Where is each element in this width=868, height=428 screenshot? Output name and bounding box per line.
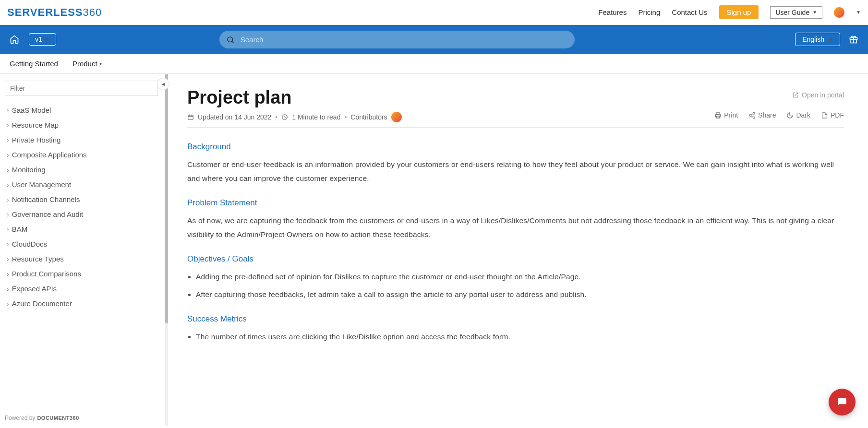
userguide-dropdown[interactable]: User Guide ▼ — [770, 6, 822, 19]
section-text: As of now, we are capturing the feedback… — [187, 214, 844, 242]
section-heading-objectives: Objectives / Goals — [187, 254, 844, 264]
objectives-list: Adding the pre-defined set of opinion fo… — [187, 270, 844, 302]
nav-features[interactable]: Features — [598, 8, 627, 16]
open-in-portal-link[interactable]: Open in portal — [792, 91, 844, 99]
sidebar-item-saas-model[interactable]: SaaS Model — [5, 103, 158, 118]
contributors-label: Contributors — [350, 113, 387, 121]
subnav-product[interactable]: Product▾ — [72, 59, 102, 68]
sidebar: SaaS Model Resource Map Private Hosting … — [0, 74, 163, 426]
success-list: The number of times users are clicking t… — [187, 330, 844, 344]
chevron-down-icon: ▼ — [812, 10, 817, 15]
sub-nav: Getting Started Product▾ — [0, 54, 868, 74]
subnav-getting-started[interactable]: Getting Started — [10, 59, 58, 68]
list-item: The number of times users are clicking t… — [196, 330, 844, 344]
chevron-down-icon: ▼ — [45, 37, 50, 42]
svg-point-13 — [753, 112, 755, 114]
sidebar-item-notification-channels[interactable]: Notification Channels — [5, 192, 158, 207]
sidebar-nav: SaaS Model Resource Map Private Hosting … — [5, 103, 158, 311]
sidebar-item-azure-documenter[interactable]: Azure Documenter — [5, 296, 158, 311]
chevron-down-icon: ▾ — [99, 61, 102, 66]
svg-line-1 — [232, 41, 233, 43]
chevron-down-icon: ▼ — [828, 37, 833, 42]
collapse-sidebar-button[interactable]: ◂ — [157, 78, 169, 90]
sidebar-item-private-hosting[interactable]: Private Hosting — [5, 132, 158, 147]
list-item: Adding the pre-defined set of opinion fo… — [196, 270, 844, 284]
page-title: Project plan — [187, 87, 844, 108]
sidebar-item-exposed-apis[interactable]: Exposed APIs — [5, 281, 158, 296]
svg-point-14 — [749, 114, 751, 116]
svg-line-17 — [751, 116, 753, 117]
read-time: 1 Minute to read — [292, 113, 340, 121]
sidebar-item-governance-audit[interactable]: Governance and Audit — [5, 207, 158, 222]
share-button[interactable]: Share — [748, 111, 776, 119]
top-nav: Features Pricing Contact Us Sign up User… — [598, 5, 861, 19]
nav-contact[interactable]: Contact Us — [672, 8, 707, 16]
topbar: SERVERLESS360 Features Pricing Contact U… — [0, 0, 868, 25]
svg-point-0 — [228, 37, 233, 42]
sidebar-item-bam[interactable]: BAM — [5, 222, 158, 237]
print-button[interactable]: Print — [714, 111, 738, 119]
chevron-down-icon: ▼ — [856, 10, 861, 15]
dark-mode-button[interactable]: Dark — [786, 111, 810, 119]
sidebar-item-monitoring[interactable]: Monitoring — [5, 162, 158, 177]
sidebar-item-resource-map[interactable]: Resource Map — [5, 118, 158, 132]
chat-fab[interactable] — [829, 389, 856, 416]
sidebar-item-composite-applications[interactable]: Composite Applications — [5, 147, 158, 162]
section-text: Customer or end-user feedback is an info… — [187, 157, 844, 186]
sidebar-item-resource-types[interactable]: Resource Types — [5, 251, 158, 266]
user-avatar[interactable] — [834, 7, 844, 18]
svg-rect-5 — [188, 115, 193, 119]
search-icon — [226, 36, 235, 44]
gift-icon[interactable] — [849, 35, 858, 44]
search-input[interactable] — [219, 31, 575, 48]
contributor-avatar — [391, 112, 402, 122]
svg-line-16 — [751, 114, 753, 115]
brand-logo: SERVERLESS360 — [7, 6, 102, 19]
list-item: After capturing those feedbacks, let adm… — [196, 287, 844, 301]
article-content: Project plan Open in portal Updated on 1… — [163, 74, 868, 426]
language-selector[interactable]: English▼ — [795, 33, 840, 46]
nav-pricing[interactable]: Pricing — [638, 8, 660, 16]
article-actions: Print Share Dark PDF — [714, 111, 844, 119]
section-heading-background: Background — [187, 142, 844, 152]
utility-bar: v1▼ English▼ — [0, 25, 868, 54]
calendar-icon — [187, 114, 194, 120]
powered-by: Powered by DOCUMENT360 — [5, 415, 79, 421]
pdf-button[interactable]: PDF — [821, 111, 844, 119]
home-icon[interactable] — [10, 35, 19, 44]
section-heading-success: Success Metrics — [187, 314, 844, 324]
svg-point-15 — [753, 117, 755, 119]
signup-button[interactable]: Sign up — [719, 5, 759, 19]
filter-input[interactable] — [5, 81, 158, 96]
chevron-left-icon: ◂ — [162, 81, 165, 87]
updated-date: Updated on 14 Jun 2022 — [198, 113, 271, 121]
clock-icon — [281, 114, 288, 120]
version-selector[interactable]: v1▼ — [29, 33, 56, 46]
sidebar-item-user-management[interactable]: User Management — [5, 177, 158, 192]
sidebar-item-clouddocs[interactable]: CloudDocs — [5, 237, 158, 251]
section-heading-problem: Problem Statement — [187, 198, 844, 208]
sidebar-item-product-comparisons[interactable]: Product Comparisons — [5, 266, 158, 281]
